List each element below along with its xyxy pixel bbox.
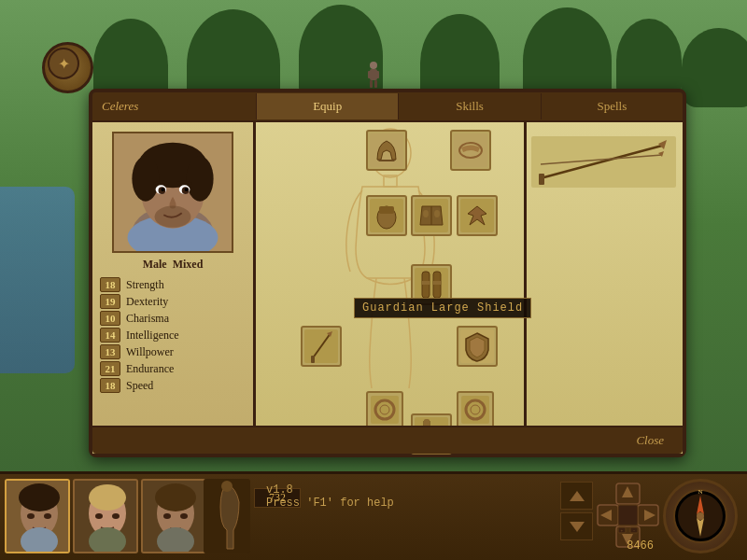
character-info-panel: Male Mixed 18 Strength 19 Dexterity 10 C… (92, 122, 256, 454)
ring1-icon (371, 396, 399, 424)
spells-panel (527, 122, 683, 454)
legs-icon (415, 268, 448, 301)
svg-point-95 (697, 512, 704, 520)
svg-point-63 (89, 484, 126, 511)
tab-skills[interactable]: Skills (398, 93, 540, 119)
svg-point-20 (185, 188, 189, 191)
equipment-layout (256, 122, 524, 454)
svg-marker-76 (570, 522, 585, 532)
equipment-slot-left-weapon[interactable] (301, 326, 342, 367)
willpower-label: Willpower (126, 345, 174, 359)
stat-intelligence: 14 Intelligence (92, 327, 253, 343)
hud-action-buttons (560, 482, 593, 544)
stats-list: 18 Strength 19 Dexterity 10 Charisma 14 … (92, 276, 253, 394)
equipment-slot-emblem[interactable] (457, 195, 498, 236)
character-gender-race: Male Mixed (92, 258, 253, 272)
svg-point-21 (155, 206, 191, 228)
character-portrait (112, 132, 233, 253)
tree (682, 28, 747, 107)
charisma-label: Charisma (126, 312, 169, 326)
hud-portrait-1[interactable] (5, 479, 70, 553)
svg-rect-86 (618, 505, 638, 525)
svg-point-69 (155, 483, 196, 511)
equipment-panel (256, 122, 527, 454)
svg-point-2 (370, 62, 377, 69)
dexterity-value: 19 (100, 294, 120, 309)
speed-value: 18 (100, 378, 120, 393)
svg-text:N: N (698, 488, 702, 496)
svg-text:+: + (621, 528, 624, 533)
shoulder-icon (454, 133, 487, 167)
svg-text:✦: ✦ (58, 56, 70, 72)
dexterity-label: Dexterity (126, 295, 168, 309)
emblem-icon (460, 199, 494, 232)
ring2-icon (461, 396, 489, 424)
hud-portrait-2-image (75, 481, 138, 553)
charisma-value: 10 (100, 311, 120, 326)
tab-spells[interactable]: Spells (541, 93, 683, 119)
stat-endurance: 21 Endurance (92, 360, 253, 377)
hud-portraits (5, 479, 206, 553)
portrait-svg (114, 133, 232, 251)
svg-marker-75 (570, 491, 585, 501)
water (0, 187, 75, 373)
stat-dexterity: 19 Dexterity (92, 293, 253, 310)
svg-rect-7 (374, 80, 377, 88)
character-name: Celeres (92, 99, 256, 114)
equipment-slot-ring1[interactable] (366, 391, 403, 428)
stat-charisma: 10 Charisma (92, 310, 253, 327)
svg-point-59 (44, 513, 51, 519)
decorative-coin: ✦ (42, 42, 93, 93)
item-tooltip: Guardian Large Shield (354, 298, 531, 318)
helmet-icon (370, 133, 403, 167)
mini-character (364, 61, 383, 89)
svg-rect-37 (422, 281, 430, 285)
gauntlet-icon (370, 199, 403, 232)
hud-button-down[interactable] (560, 512, 593, 540)
svg-point-29 (434, 210, 440, 217)
svg-point-58 (27, 513, 35, 519)
gold-display: 8466 (627, 539, 654, 553)
equipment-slot-chest[interactable] (411, 195, 452, 236)
svg-rect-5 (375, 71, 379, 78)
equipment-slot-head[interactable] (366, 130, 407, 171)
close-button[interactable]: Close (636, 433, 664, 448)
svg-rect-34 (415, 268, 448, 301)
tab-equip[interactable]: Equip (256, 93, 398, 119)
hud-figure (204, 479, 250, 553)
hud-portrait-3[interactable] (141, 479, 206, 553)
hud-portrait-2[interactable] (73, 479, 138, 553)
version-text: v1.8 (266, 483, 394, 497)
equipment-slot-gauntlets[interactable] (366, 195, 407, 236)
svg-rect-6 (370, 80, 373, 88)
stat-strength: 18 Strength (92, 276, 253, 293)
equipment-slot-neck[interactable] (450, 130, 491, 171)
svg-point-13 (132, 156, 159, 201)
hud-portrait-3-image (143, 481, 206, 553)
svg-point-71 (180, 513, 188, 519)
speed-label: Speed (126, 379, 153, 393)
panel-bottom-bar: Close (92, 426, 683, 454)
equipment-slot-ring2[interactable] (457, 391, 494, 428)
equipment-slot-shield[interactable] (457, 326, 498, 367)
character-panel: Celeres Equip Skills Spells (89, 89, 686, 457)
svg-rect-53 (539, 174, 544, 185)
stat-willpower: 13 Willpower (92, 343, 253, 360)
svg-point-19 (161, 188, 164, 191)
down-arrow-icon (568, 520, 586, 534)
hud-button-up[interactable] (560, 482, 593, 510)
svg-rect-4 (368, 71, 372, 78)
willpower-value: 13 (100, 344, 120, 359)
armor-icon (415, 199, 448, 232)
strength-label: Strength (126, 278, 164, 292)
shield-icon (460, 329, 494, 363)
svg-point-64 (95, 513, 103, 519)
svg-point-70 (163, 513, 171, 519)
svg-point-28 (423, 210, 429, 217)
bottom-hud: 732 v1.8 Press 'F1' for help (0, 471, 747, 560)
svg-point-57 (19, 483, 60, 511)
svg-point-14 (187, 156, 214, 201)
mini-character-icon (364, 61, 383, 89)
svg-rect-32 (379, 206, 394, 214)
hud-info: v1.8 Press 'F1' for help (266, 483, 394, 510)
